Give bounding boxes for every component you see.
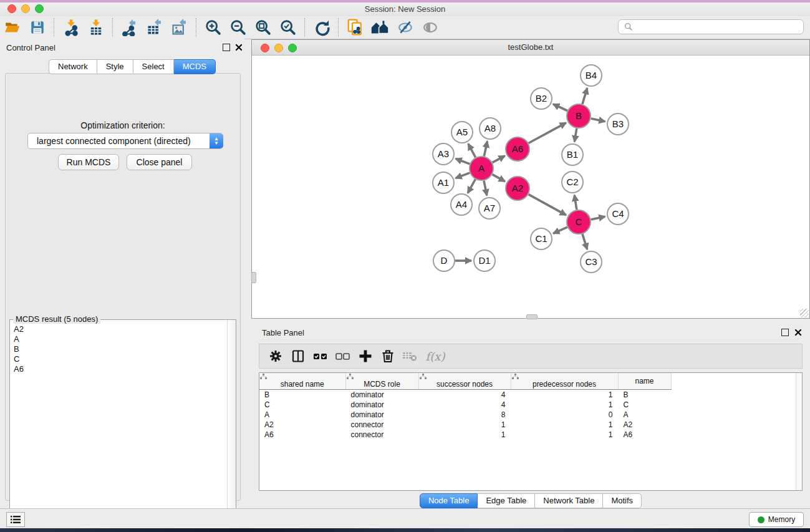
graph-node-A[interactable]: A — [470, 157, 493, 180]
search-input[interactable] — [635, 21, 803, 33]
open-session-icon[interactable] — [0, 17, 25, 37]
resize-grip-icon[interactable] — [800, 309, 809, 317]
new-network-from-selection-icon[interactable] — [343, 17, 368, 37]
table-scrollbar[interactable] — [796, 373, 802, 490]
task-history-button[interactable] — [6, 512, 25, 527]
tab-node-table[interactable]: Node Table — [420, 493, 478, 508]
import-table-icon[interactable] — [84, 17, 108, 37]
graph-node-D1[interactable]: D1 — [474, 250, 495, 271]
tab-select[interactable]: Select — [133, 59, 174, 74]
export-table-icon[interactable] — [142, 17, 167, 37]
column-header-predecessor-nodes[interactable]: predecessor nodes — [511, 373, 618, 390]
graph-node-A4[interactable]: A4 — [451, 194, 472, 215]
zoom-window-button[interactable] — [35, 4, 44, 13]
table-cell[interactable]: 0 — [511, 410, 618, 420]
result-list-item[interactable]: A6 — [10, 364, 219, 374]
zoom-fit-icon[interactable] — [251, 17, 276, 37]
graph-edge[interactable] — [468, 144, 476, 158]
graph-node-A3[interactable]: A3 — [433, 143, 454, 165]
minimize-window-button[interactable] — [21, 4, 30, 13]
graph-edge[interactable] — [591, 118, 605, 122]
network-view-window[interactable]: testGlobe.txt B4B2BB3A8A5A6A3B1AA1C2A2A4… — [251, 39, 810, 319]
table-cell[interactable]: connector — [345, 420, 418, 430]
graph-edge[interactable] — [529, 123, 566, 143]
graph-edge[interactable] — [484, 142, 487, 157]
graph-edge[interactable] — [456, 158, 470, 164]
result-list-scrollbar[interactable] — [227, 320, 236, 531]
tab-style[interactable]: Style — [97, 59, 133, 74]
tab-motifs[interactable]: Motifs — [603, 493, 642, 508]
graph-edge[interactable] — [553, 227, 567, 233]
select-all-columns-icon[interactable] — [309, 347, 332, 365]
graph-node-B[interactable]: B — [567, 104, 591, 128]
graph-node-A7[interactable]: A7 — [479, 198, 500, 219]
table-cell[interactable]: 1 — [511, 400, 618, 410]
table-cell[interactable]: C — [259, 400, 345, 410]
table-cell[interactable]: A6 — [259, 430, 345, 440]
result-list-item[interactable]: A — [10, 334, 219, 344]
graph-edge[interactable] — [468, 180, 475, 193]
table-cell[interactable]: A6 — [618, 430, 671, 440]
graph-edge[interactable] — [553, 104, 567, 111]
table-cell[interactable]: connector — [345, 430, 418, 440]
table-cell[interactable]: B — [259, 390, 345, 400]
table-cell[interactable]: dominator — [345, 400, 418, 410]
table-cell[interactable]: 1 — [418, 420, 511, 430]
graph-node-A5[interactable]: A5 — [451, 122, 473, 143]
graph-edge[interactable] — [582, 234, 587, 249]
table-cell[interactable]: 8 — [418, 410, 511, 420]
float-panel-icon[interactable] — [223, 44, 230, 51]
table-cell[interactable]: A — [259, 410, 345, 420]
table-cell[interactable]: C — [618, 400, 671, 410]
table-cell[interactable]: A — [618, 410, 671, 420]
table-cell[interactable]: 4 — [418, 400, 511, 410]
graph-edge[interactable] — [456, 173, 470, 178]
close-panel-icon[interactable] — [235, 44, 243, 51]
column-header-successor-nodes[interactable]: successor nodes — [418, 373, 511, 390]
save-session-icon[interactable] — [25, 17, 50, 37]
column-header-name[interactable]: name — [618, 373, 671, 390]
graph-node-C[interactable]: C — [567, 210, 591, 234]
network-canvas[interactable]: B4B2BB3A8A5A6A3B1AA1C2A2A4A7C4CC1C3DD1 — [253, 56, 809, 318]
float-table-panel-icon[interactable] — [781, 329, 789, 336]
table-cell[interactable]: dominator — [345, 390, 418, 400]
refresh-icon[interactable] — [309, 17, 334, 37]
apply-function-icon[interactable]: f(x) — [422, 347, 446, 365]
bottom-splitter-handle[interactable] — [526, 314, 538, 319]
network-close-button[interactable] — [261, 44, 269, 52]
zoom-selected-icon[interactable] — [276, 17, 301, 37]
tab-mcds[interactable]: MCDS — [174, 59, 216, 74]
graph-node-C2[interactable]: C2 — [562, 172, 583, 193]
column-header-MCDS-role[interactable]: MCDS role — [345, 373, 418, 390]
graph-node-B2[interactable]: B2 — [531, 88, 552, 109]
result-list-item[interactable]: B — [10, 344, 219, 354]
table-options-icon[interactable] — [264, 347, 287, 365]
table-cell[interactable]: B — [618, 390, 671, 400]
table-cell[interactable]: 1 — [511, 420, 618, 430]
table-cell[interactable]: A2 — [259, 420, 345, 430]
network-window-titlebar[interactable]: testGlobe.txt — [252, 40, 809, 56]
result-list-item[interactable]: A2 — [10, 324, 219, 334]
graph-edge[interactable] — [574, 195, 577, 210]
zoom-in-icon[interactable] — [201, 17, 226, 37]
graph-node-C1[interactable]: C1 — [531, 228, 552, 249]
search-field[interactable] — [618, 19, 804, 34]
network-minimize-button[interactable] — [274, 44, 283, 52]
table-cell[interactable]: A2 — [618, 420, 671, 430]
network-zoom-button[interactable] — [288, 44, 297, 52]
graph-edge[interactable] — [591, 216, 605, 220]
close-table-panel-icon[interactable] — [794, 329, 802, 336]
graph-node-C4[interactable]: C4 — [607, 203, 629, 225]
export-image-icon[interactable] — [167, 17, 192, 37]
delete-column-icon[interactable] — [377, 347, 399, 365]
graph-edge[interactable] — [493, 156, 505, 163]
criterion-dropdown[interactable]: largest connected component (directed) ▲… — [27, 133, 223, 149]
table-row[interactable]: A2connector11A2 — [259, 420, 671, 430]
run-mcds-button[interactable]: Run MCDS — [58, 154, 119, 170]
graph-node-A1[interactable]: A1 — [433, 172, 454, 193]
graph-node-B1[interactable]: B1 — [562, 144, 583, 165]
graph-edge[interactable] — [529, 195, 566, 215]
result-list-item[interactable]: C — [10, 354, 219, 364]
table-cell[interactable]: 4 — [418, 390, 511, 400]
import-network-icon[interactable] — [59, 17, 84, 37]
